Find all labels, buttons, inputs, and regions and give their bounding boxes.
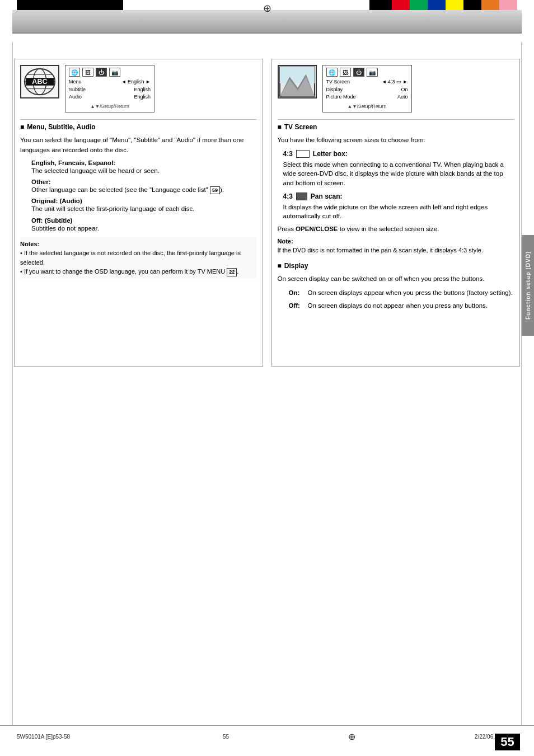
body-english: The selected language will be heard or s… xyxy=(31,166,257,175)
subsection-english: English, Francais, Espanol: The selected… xyxy=(31,159,257,175)
display-off-label: Off: xyxy=(289,301,305,311)
subsection-original: Original: (Audio) The unit will select t… xyxy=(31,198,257,213)
left-column: ABC 🌐 🖼 ⏻ 📷 Menu ◄ English ► xyxy=(14,59,263,367)
two-column-layout: ABC 🌐 🖼 ⏻ 📷 Menu ◄ English ► xyxy=(14,59,520,367)
menu-icon-image-r: 🖼 xyxy=(340,68,351,77)
top-color-bar-right xyxy=(369,0,517,10)
sep-right xyxy=(278,119,514,120)
badge-22: 22 xyxy=(227,268,237,276)
body-original: The unit will select the first-priority … xyxy=(31,204,257,213)
sep-left xyxy=(20,119,257,120)
note-body: If the DVD disc is not formatted in the … xyxy=(278,247,483,253)
menu-icon-camera-r: 📷 xyxy=(367,68,378,77)
top-black-bar-left xyxy=(17,0,123,10)
heading-suffix-lb: Letter box: xyxy=(313,150,348,158)
section-title-left: Menu, Subtitle, Audio xyxy=(27,123,95,131)
setup-row-audio: Audio English xyxy=(69,93,151,101)
note-label: Note: xyxy=(278,238,293,245)
setup-label-tvscreen: TV Screen xyxy=(326,78,350,86)
right-intro: You have the following screen sizes to c… xyxy=(278,135,514,145)
setup-value-picturemode: Auto xyxy=(397,93,408,101)
display-off-item: Off: On screen displays do not appear wh… xyxy=(289,301,514,311)
menu-icon-power: ⏻ xyxy=(96,68,107,77)
notes-content: • If the selected language is not record… xyxy=(20,248,257,276)
setup-value-tvscreen: ◄ 4:3 ▭ ► xyxy=(382,78,408,86)
heading-original: Original: (Audio) xyxy=(31,198,257,204)
section-title-right: TV Screen xyxy=(284,123,317,131)
main-content: ABC 🌐 🖼 ⏻ 📷 Menu ◄ English ► xyxy=(14,53,520,722)
menu-icon-globe-r: 🌐 xyxy=(326,68,338,77)
footer-code: 5W50101A [E]p53-58 xyxy=(17,734,70,740)
setup-row-tvscreen: TV Screen ◄ 4:3 ▭ ► xyxy=(326,78,408,86)
menu-icons-right: 🌐 🖼 ⏻ 📷 xyxy=(326,68,408,77)
display-items: On: On screen displays appear when you p… xyxy=(289,288,514,310)
aspect-43-ps: 4:3 xyxy=(283,192,293,200)
heading-suffix-ps: Pan scan: xyxy=(311,192,343,200)
subsection-letterbox: 4:3 Letter box: Select this mode when co… xyxy=(283,150,514,188)
crosshair-top: ⊕ xyxy=(263,2,271,15)
footer-page: 55 xyxy=(223,734,229,740)
setup-menu-box-left: 🌐 🖼 ⏻ 📷 Menu ◄ English ► Subtitle Englis… xyxy=(65,65,154,112)
open-close-text: Press OPEN/CLOSE to view in the selected… xyxy=(278,226,514,232)
aspect-43-lb: 4:3 xyxy=(283,150,293,158)
section-heading-left: Menu, Subtitle, Audio xyxy=(20,123,257,131)
setup-menu-box-right: 🌐 🖼 ⏻ 📷 TV Screen ◄ 4:3 ▭ ► Display On xyxy=(322,65,412,112)
aspect-icon-ps xyxy=(296,192,307,200)
section-heading-right: TV Screen xyxy=(278,123,514,131)
display-on-body: On screen displays appear when you press… xyxy=(308,288,513,298)
footer-crosshair: ⊕ xyxy=(348,731,355,742)
footer-content: 5W50101A [E]p53-58 55 ⊕ 2/22/06, 6:43 PM xyxy=(0,726,534,745)
heading-letterbox: 4:3 Letter box: xyxy=(283,150,514,158)
setup-label-subtitle: Subtitle xyxy=(69,86,86,94)
svg-rect-8 xyxy=(279,67,314,83)
page-number-box: 55 xyxy=(495,734,520,750)
aspect-icon-lb xyxy=(296,150,310,158)
body-off: Subtitles do not appear. xyxy=(31,224,257,233)
menu-icon-camera: 📷 xyxy=(109,68,120,77)
note-item-1: • If the selected language is not record… xyxy=(20,248,257,267)
heading-other: Other: xyxy=(31,179,257,185)
note-item-2: • If you want to change the OSD language… xyxy=(20,267,257,276)
nav-hint-right: ▲▼/Setup/Return xyxy=(326,103,408,110)
note-box: Note: If the DVD disc is not formatted i… xyxy=(278,237,514,255)
subsection-panscan: 4:3 Pan scan: It displays the wide pictu… xyxy=(283,192,514,221)
left-intro: You can select the language of "Menu", "… xyxy=(20,135,257,155)
svg-text:ABC: ABC xyxy=(32,78,47,86)
menu-icon-globe: 🌐 xyxy=(69,68,80,77)
setup-value-display: On xyxy=(401,86,407,94)
page-number: 55 xyxy=(500,735,514,749)
display-section: Display On screen display can be switche… xyxy=(278,262,514,311)
body-letterbox: Select this mode when connecting to a co… xyxy=(283,160,514,188)
setup-row-subtitle: Subtitle English xyxy=(69,86,151,94)
display-intro: On screen display can be switched on or … xyxy=(278,274,514,284)
body-other: Other language can be selected (see the … xyxy=(31,185,257,195)
right-column: 🌐 🖼 ⏻ 📷 TV Screen ◄ 4:3 ▭ ► Display On xyxy=(271,59,521,367)
menu-icon-power-r: ⏻ xyxy=(353,68,364,77)
display-off-body: On screen displays do not appear when yo… xyxy=(308,301,488,311)
footer: 5W50101A [E]p53-58 55 ⊕ 2/22/06, 6:43 PM… xyxy=(0,725,534,756)
sidebar-tab: Function setup (DVD) xyxy=(522,235,534,336)
display-on-item: On: On screen displays appear when you p… xyxy=(289,288,514,298)
setup-label-display: Display xyxy=(326,86,343,94)
subsection-other: Other: Other language can be selected (s… xyxy=(31,179,257,195)
setup-value-audio: English xyxy=(134,93,151,101)
notes-heading: Notes: xyxy=(20,240,257,249)
left-margin-line xyxy=(12,42,13,725)
header-bottom-line xyxy=(12,32,522,34)
setup-row-display: Display On xyxy=(326,86,408,94)
heading-english: English, Francais, Espanol: xyxy=(31,159,257,166)
heading-panscan: 4:3 Pan scan: xyxy=(283,192,514,200)
nav-hint-left: ▲▼/Setup/Return xyxy=(69,103,151,110)
notes-box-left: Notes: • If the selected language is not… xyxy=(20,237,257,279)
right-margin-line xyxy=(521,42,522,725)
menu-icons-left: 🌐 🖼 ⏻ 📷 xyxy=(69,68,151,77)
disc-icon-right xyxy=(278,65,317,98)
setup-row-menu: Menu ◄ English ► xyxy=(69,78,151,86)
setup-display-left: ABC 🌐 🖼 ⏻ 📷 Menu ◄ English ► xyxy=(20,65,257,112)
sidebar-label: Function setup (DVD) xyxy=(525,251,531,320)
setup-label-audio: Audio xyxy=(69,93,82,101)
section-heading-display: Display xyxy=(278,262,514,270)
setup-row-picturemode: Picture Mode Auto xyxy=(326,93,408,101)
setup-label-picturemode: Picture Mode xyxy=(326,93,356,101)
setup-value-subtitle: English xyxy=(134,86,151,94)
